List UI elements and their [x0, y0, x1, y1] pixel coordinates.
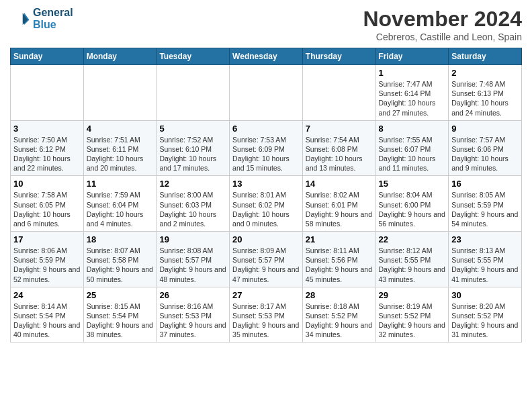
logo-line1: General: [33, 7, 73, 19]
day-info: Sunrise: 8:04 AMSunset: 6:00 PMDaylight:…: [379, 190, 446, 228]
day-info: Sunrise: 8:17 AMSunset: 5:53 PMDaylight:…: [232, 302, 300, 340]
day-number: 23: [451, 234, 519, 244]
day-info: Sunrise: 8:05 AMSunset: 5:59 PMDaylight:…: [451, 190, 519, 228]
calendar-cell: 21Sunrise: 8:11 AMSunset: 5:56 PMDayligh…: [302, 232, 375, 287]
day-info: Sunrise: 7:48 AMSunset: 6:13 PMDaylight:…: [451, 79, 519, 118]
day-number: 16: [451, 179, 519, 189]
day-info: Sunrise: 7:59 AMSunset: 6:04 PMDaylight:…: [87, 190, 154, 228]
day-info: Sunrise: 7:58 AMSunset: 6:05 PMDaylight:…: [13, 190, 81, 228]
calendar-cell: 20Sunrise: 8:09 AMSunset: 5:57 PMDayligh…: [230, 232, 303, 287]
day-number: 8: [379, 124, 446, 134]
weekday-header: Monday: [83, 48, 157, 65]
day-info: Sunrise: 7:54 AMSunset: 6:08 PMDaylight:…: [306, 135, 373, 173]
calendar-cell: 8Sunrise: 7:55 AMSunset: 6:07 PMDaylight…: [375, 120, 449, 176]
calendar-cell: 16Sunrise: 8:05 AMSunset: 5:59 PMDayligh…: [449, 176, 522, 232]
day-number: 13: [232, 179, 300, 189]
calendar-cell: 6Sunrise: 7:53 AMSunset: 6:09 PMDaylight…: [230, 120, 303, 176]
weekday-row: SundayMondayTuesdayWednesdayThursdayFrid…: [11, 48, 522, 65]
logo-icon: [10, 9, 30, 29]
calendar-cell: 4Sunrise: 7:51 AMSunset: 6:11 PMDaylight…: [83, 120, 157, 176]
day-number: 27: [232, 290, 300, 300]
calendar-cell: [11, 65, 84, 121]
day-number: 21: [306, 234, 373, 244]
day-number: 5: [159, 124, 226, 134]
logo-text: General Blue: [33, 7, 73, 30]
weekday-header: Friday: [375, 48, 449, 65]
calendar-cell: 27Sunrise: 8:17 AMSunset: 5:53 PMDayligh…: [230, 287, 303, 342]
calendar-week-row: 1Sunrise: 7:47 AMSunset: 6:14 PMDaylight…: [11, 65, 522, 121]
title-area: November 2024 Cebreros, Castille and Leo…: [363, 7, 522, 42]
day-info: Sunrise: 7:51 AMSunset: 6:11 PMDaylight:…: [87, 135, 154, 173]
day-info: Sunrise: 8:16 AMSunset: 5:53 PMDaylight:…: [159, 302, 226, 340]
day-info: Sunrise: 8:14 AMSunset: 5:54 PMDaylight:…: [13, 302, 81, 340]
day-number: 15: [379, 179, 446, 189]
day-number: 29: [379, 290, 446, 300]
calendar-cell: 3Sunrise: 7:50 AMSunset: 6:12 PMDaylight…: [11, 120, 84, 176]
calendar-table: SundayMondayTuesdayWednesdayThursdayFrid…: [10, 48, 522, 342]
calendar-cell: 7Sunrise: 7:54 AMSunset: 6:08 PMDaylight…: [302, 120, 375, 176]
calendar-cell: 18Sunrise: 8:07 AMSunset: 5:58 PMDayligh…: [83, 232, 157, 287]
day-info: Sunrise: 7:57 AMSunset: 6:06 PMDaylight:…: [451, 135, 519, 173]
calendar-cell: 19Sunrise: 8:08 AMSunset: 5:57 PMDayligh…: [157, 232, 230, 287]
calendar-cell: 23Sunrise: 8:13 AMSunset: 5:55 PMDayligh…: [449, 232, 522, 287]
calendar-cell: [230, 65, 303, 121]
location-title: Cebreros, Castille and Leon, Spain: [363, 32, 522, 42]
logo-line2: Blue: [33, 19, 73, 31]
calendar-header: SundayMondayTuesdayWednesdayThursdayFrid…: [11, 48, 522, 65]
day-info: Sunrise: 8:12 AMSunset: 5:55 PMDaylight:…: [379, 246, 446, 284]
day-number: 24: [13, 290, 81, 300]
day-number: 18: [87, 234, 154, 244]
day-info: Sunrise: 8:13 AMSunset: 5:55 PMDaylight:…: [451, 246, 519, 284]
day-info: Sunrise: 7:47 AMSunset: 6:14 PMDaylight:…: [379, 79, 446, 118]
day-number: 26: [159, 290, 226, 300]
calendar-week-row: 3Sunrise: 7:50 AMSunset: 6:12 PMDaylight…: [11, 120, 522, 176]
day-number: 6: [232, 124, 300, 134]
weekday-header: Thursday: [302, 48, 375, 65]
day-info: Sunrise: 8:06 AMSunset: 5:59 PMDaylight:…: [13, 246, 81, 284]
day-number: 30: [451, 290, 519, 300]
day-info: Sunrise: 7:53 AMSunset: 6:09 PMDaylight:…: [232, 135, 300, 173]
calendar-cell: 11Sunrise: 7:59 AMSunset: 6:04 PMDayligh…: [83, 176, 157, 232]
calendar-cell: 13Sunrise: 8:01 AMSunset: 6:02 PMDayligh…: [230, 176, 303, 232]
calendar-week-row: 10Sunrise: 7:58 AMSunset: 6:05 PMDayligh…: [11, 176, 522, 232]
day-info: Sunrise: 8:20 AMSunset: 5:52 PMDaylight:…: [451, 302, 519, 340]
weekday-header: Sunday: [11, 48, 84, 65]
day-number: 22: [379, 234, 446, 244]
day-number: 12: [159, 179, 226, 189]
calendar-cell: 14Sunrise: 8:02 AMSunset: 6:01 PMDayligh…: [302, 176, 375, 232]
calendar-cell: 1Sunrise: 7:47 AMSunset: 6:14 PMDaylight…: [375, 65, 449, 121]
day-info: Sunrise: 7:52 AMSunset: 6:10 PMDaylight:…: [159, 135, 226, 173]
header: General Blue November 2024 Cebreros, Cas…: [10, 7, 522, 42]
day-info: Sunrise: 8:00 AMSunset: 6:03 PMDaylight:…: [159, 190, 226, 228]
calendar-cell: 26Sunrise: 8:16 AMSunset: 5:53 PMDayligh…: [157, 287, 230, 342]
weekday-header: Tuesday: [157, 48, 230, 65]
calendar-cell: [157, 65, 230, 121]
calendar-cell: 9Sunrise: 7:57 AMSunset: 6:06 PMDaylight…: [449, 120, 522, 176]
day-info: Sunrise: 8:07 AMSunset: 5:58 PMDaylight:…: [87, 246, 154, 284]
calendar-cell: 28Sunrise: 8:18 AMSunset: 5:52 PMDayligh…: [302, 287, 375, 342]
day-number: 7: [306, 124, 373, 134]
day-info: Sunrise: 8:02 AMSunset: 6:01 PMDaylight:…: [306, 190, 373, 228]
day-info: Sunrise: 7:55 AMSunset: 6:07 PMDaylight:…: [379, 135, 446, 173]
calendar-cell: 2Sunrise: 7:48 AMSunset: 6:13 PMDaylight…: [449, 65, 522, 121]
day-info: Sunrise: 8:01 AMSunset: 6:02 PMDaylight:…: [232, 190, 300, 228]
day-info: Sunrise: 8:08 AMSunset: 5:57 PMDaylight:…: [159, 246, 226, 284]
logo: General Blue: [10, 7, 73, 30]
calendar-cell: 17Sunrise: 8:06 AMSunset: 5:59 PMDayligh…: [11, 232, 84, 287]
calendar-cell: 25Sunrise: 8:15 AMSunset: 5:54 PMDayligh…: [83, 287, 157, 342]
day-number: 10: [13, 179, 81, 189]
day-number: 20: [232, 234, 300, 244]
day-info: Sunrise: 8:19 AMSunset: 5:52 PMDaylight:…: [379, 302, 446, 340]
day-info: Sunrise: 8:15 AMSunset: 5:54 PMDaylight:…: [87, 302, 154, 340]
day-info: Sunrise: 8:18 AMSunset: 5:52 PMDaylight:…: [306, 302, 373, 340]
day-number: 28: [306, 290, 373, 300]
calendar-body: 1Sunrise: 7:47 AMSunset: 6:14 PMDaylight…: [11, 65, 522, 342]
day-number: 11: [87, 179, 154, 189]
calendar-cell: [302, 65, 375, 121]
weekday-header: Saturday: [449, 48, 522, 65]
day-number: 3: [13, 124, 81, 134]
calendar-cell: 24Sunrise: 8:14 AMSunset: 5:54 PMDayligh…: [11, 287, 84, 342]
calendar-week-row: 17Sunrise: 8:06 AMSunset: 5:59 PMDayligh…: [11, 232, 522, 287]
calendar-cell: 22Sunrise: 8:12 AMSunset: 5:55 PMDayligh…: [375, 232, 449, 287]
calendar-cell: 10Sunrise: 7:58 AMSunset: 6:05 PMDayligh…: [11, 176, 84, 232]
